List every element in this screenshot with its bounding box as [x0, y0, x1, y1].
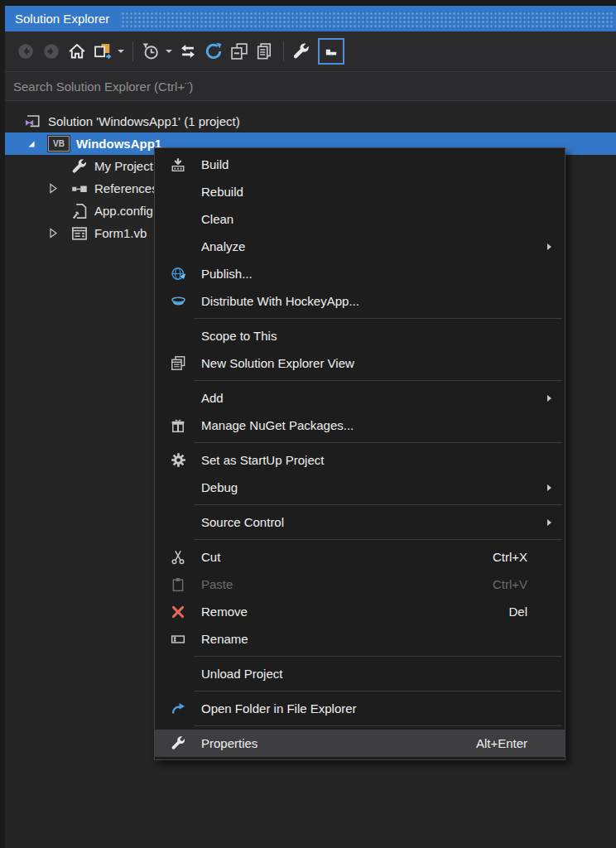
menu-separator	[195, 725, 562, 726]
menu-item-new-solution-explorer-view[interactable]: New Solution Explorer View	[155, 349, 565, 377]
pending-changes-filter-button[interactable]	[140, 41, 161, 62]
form-icon	[71, 225, 88, 242]
forward-button[interactable]	[41, 41, 62, 62]
menu-item-manage-nuget-packages[interactable]: Manage NuGet Packages...	[155, 412, 565, 439]
vb-project-icon: VB	[48, 136, 70, 152]
sync-with-active-document-icon	[179, 42, 197, 60]
tree-label: My Project	[94, 159, 153, 173]
menu-separator	[195, 691, 562, 691]
solution-icon	[23, 113, 41, 129]
properties-button[interactable]	[291, 41, 312, 62]
hockeyapp-icon	[171, 293, 186, 309]
title-grip-texture	[121, 12, 614, 28]
menu-item-properties[interactable]: Properties Alt+Enter	[155, 730, 565, 757]
remove-x-icon	[171, 605, 185, 619]
show-all-files-button[interactable]	[254, 41, 276, 62]
submenu-arrow-icon	[547, 519, 551, 526]
menu-item-analyze[interactable]: Analyze	[155, 233, 565, 260]
menu-shortcut: Alt+Enter	[476, 736, 527, 750]
menu-item-open-folder-in-file-explorer[interactable]: Open Folder in File Explorer	[155, 695, 565, 722]
menu-separator	[195, 380, 562, 381]
search-box	[5, 71, 616, 101]
menu-item-remove[interactable]: Remove Del	[155, 598, 565, 625]
project-context-menu: Build Rebuild Clean Analyze Publish... D…	[154, 147, 565, 760]
switch-views-icon	[94, 42, 112, 60]
nuget-icon	[171, 418, 185, 433]
references-icon	[71, 181, 88, 197]
menu-item-source-control[interactable]: Source Control	[155, 508, 565, 536]
gear-icon	[171, 452, 186, 468]
submenu-arrow-icon	[547, 395, 551, 402]
menu-item-distribute-hockeyapp[interactable]: Distribute With HockeyApp...	[155, 287, 565, 315]
search-input[interactable]	[5, 79, 595, 94]
new-solution-explorer-view-icon	[171, 355, 186, 371]
submenu-arrow-icon	[547, 484, 551, 491]
sync-with-active-document-button[interactable]	[177, 41, 199, 62]
menu-separator	[195, 504, 562, 505]
clipboard-icon	[171, 577, 185, 592]
build-icon	[171, 157, 185, 172]
back-icon	[17, 43, 34, 60]
preview-selected-items-icon	[324, 44, 339, 59]
preview-selected-items-toggle[interactable]	[318, 38, 344, 65]
scissors-icon	[171, 550, 185, 565]
menu-item-scope-to-this[interactable]: Scope to This	[155, 322, 565, 349]
menu-item-paste[interactable]: Paste Ctrl+V	[155, 571, 565, 598]
tree-label: WindowsApp1	[76, 137, 161, 151]
refresh-button[interactable]	[203, 41, 224, 62]
pending-changes-dropdown-caret[interactable]	[166, 50, 172, 53]
menu-item-debug[interactable]: Debug	[155, 474, 565, 501]
properties-wrench-icon	[292, 42, 310, 60]
menu-shortcut: Del	[508, 605, 527, 619]
menu-item-publish[interactable]: Publish...	[155, 260, 565, 287]
home-icon	[68, 42, 86, 60]
wrench-icon	[71, 158, 88, 175]
config-file-icon	[71, 203, 88, 219]
menu-item-rename[interactable]: Rename	[155, 625, 565, 653]
collapse-all-icon	[230, 42, 248, 60]
menu-separator	[195, 318, 562, 319]
menu-separator	[195, 539, 562, 540]
menu-separator	[195, 656, 562, 657]
menu-shortcut: Ctrl+V	[493, 577, 527, 591]
forward-icon	[43, 43, 60, 60]
menu-item-add[interactable]: Add	[155, 384, 565, 412]
rename-icon	[171, 632, 185, 647]
open-folder-icon	[171, 701, 186, 716]
panel-title: Solution Explorer	[15, 12, 109, 26]
menu-separator	[195, 442, 562, 443]
switch-views-dropdown-caret[interactable]	[118, 50, 124, 53]
collapse-all-button[interactable]	[229, 41, 250, 62]
tree-row-solution[interactable]: Solution 'WindowsApp1' (1 project)	[5, 110, 616, 132]
home-button[interactable]	[66, 41, 88, 62]
expand-arrow-collapsed-icon[interactable]	[46, 228, 60, 238]
switch-views-button[interactable]	[92, 41, 113, 62]
toolbar-separator	[283, 41, 284, 61]
tree-label: Solution 'WindowsApp1' (1 project)	[48, 114, 240, 128]
publish-icon	[171, 266, 186, 282]
expand-arrow-collapsed-icon[interactable]	[46, 183, 60, 194]
menu-item-build[interactable]: Build	[155, 151, 565, 178]
show-all-files-icon	[256, 42, 274, 60]
menu-item-rebuild[interactable]: Rebuild	[155, 178, 565, 205]
pending-changes-filter-icon	[142, 42, 160, 60]
panel-title-bar[interactable]: Solution Explorer	[5, 6, 616, 31]
solution-explorer-toolbar	[5, 31, 616, 71]
menu-shortcut: Ctrl+X	[493, 550, 527, 564]
submenu-arrow-icon	[547, 243, 551, 250]
tree-label: Form1.vb	[94, 226, 147, 240]
menu-item-clean[interactable]: Clean	[155, 205, 565, 233]
tree-label: App.config	[94, 204, 153, 218]
expand-arrow-expanded-icon[interactable]	[25, 139, 38, 149]
toolbar-separator	[132, 41, 133, 61]
menu-item-cut[interactable]: Cut Ctrl+X	[155, 543, 565, 571]
menu-item-set-as-startup-project[interactable]: Set as StartUp Project	[155, 446, 565, 474]
refresh-icon	[205, 42, 223, 60]
tree-label: References	[94, 181, 158, 195]
back-button[interactable]	[15, 41, 36, 62]
menu-item-unload-project[interactable]: Unload Project	[155, 660, 565, 687]
wrench-icon	[171, 735, 186, 751]
